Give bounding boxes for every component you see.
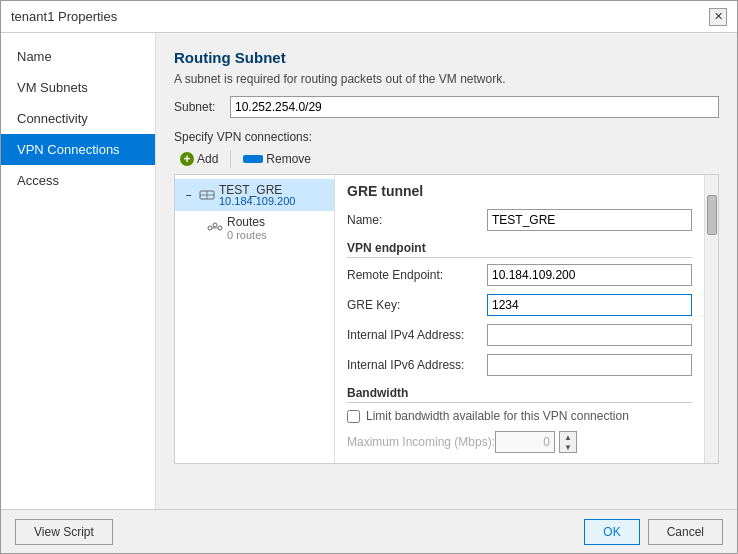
remote-endpoint-input[interactable]: [487, 264, 692, 286]
sidebar-item-connectivity[interactable]: Connectivity: [1, 103, 155, 134]
scroll-thumb: [707, 195, 717, 235]
dialog-window: tenant1 Properties ✕ Name VM Subnets Con…: [0, 0, 738, 554]
internal-ipv6-row: Internal IPv6 Address:: [347, 354, 692, 376]
internal-ipv4-row: Internal IPv4 Address:: [347, 324, 692, 346]
limit-label: Limit bandwidth available for this VPN c…: [366, 409, 629, 423]
spinner-up-button[interactable]: ▲: [560, 432, 576, 442]
toolbar-separator: [230, 150, 231, 168]
sidebar: Name VM Subnets Connectivity VPN Connect…: [1, 33, 156, 509]
network-icon: [199, 188, 215, 202]
footer-right: OK Cancel: [584, 519, 723, 545]
limit-checkbox-row: Limit bandwidth available for this VPN c…: [347, 409, 692, 423]
name-row: Name:: [347, 209, 692, 231]
subnet-input[interactable]: [230, 96, 719, 118]
remove-icon: [243, 155, 263, 163]
limit-checkbox[interactable]: [347, 410, 360, 423]
sidebar-item-vpn-connections[interactable]: VPN Connections: [1, 134, 155, 165]
max-incoming-spinner: ▲ ▼: [495, 431, 577, 453]
section-desc: A subnet is required for routing packets…: [174, 72, 719, 86]
detail-title: GRE tunnel: [347, 183, 692, 199]
section-title: Routing Subnet: [174, 49, 719, 66]
name-label: Name:: [347, 213, 487, 227]
ok-button[interactable]: OK: [584, 519, 639, 545]
dialog-title: tenant1 Properties: [11, 9, 117, 24]
vpn-toolbar: + Add Remove: [174, 150, 719, 168]
sidebar-item-access[interactable]: Access: [1, 165, 155, 196]
vpn-tree: − TEST_GRE 10.184.109.200: [175, 175, 335, 463]
gre-key-input[interactable]: [487, 294, 692, 316]
remote-endpoint-row: Remote Endpoint:: [347, 264, 692, 286]
close-button[interactable]: ✕: [709, 8, 727, 26]
bandwidth-header: Bandwidth: [347, 386, 692, 403]
spinner-arrows: ▲ ▼: [559, 431, 577, 453]
add-button[interactable]: + Add: [174, 150, 224, 168]
tree-node-routes[interactable]: Routes 0 routes: [175, 211, 334, 245]
svg-point-5: [218, 226, 222, 230]
scrollbar[interactable]: [704, 175, 718, 463]
cancel-button[interactable]: Cancel: [648, 519, 723, 545]
spinner-down-button[interactable]: ▼: [560, 442, 576, 452]
max-incoming-input[interactable]: [495, 431, 555, 453]
main-content: Routing Subnet A subnet is required for …: [156, 33, 737, 509]
gre-key-row: GRE Key:: [347, 294, 692, 316]
internal-ipv6-label: Internal IPv6 Address:: [347, 358, 487, 372]
internal-ipv6-input[interactable]: [487, 354, 692, 376]
view-script-button[interactable]: View Script: [15, 519, 113, 545]
internal-ipv4-label: Internal IPv4 Address:: [347, 328, 487, 342]
internal-ipv4-input[interactable]: [487, 324, 692, 346]
vpn-panel: − TEST_GRE 10.184.109.200: [174, 174, 719, 464]
max-incoming-row: Maximum Incoming (Mbps): ▲ ▼: [347, 431, 692, 453]
routes-icon: [207, 221, 223, 235]
svg-line-7: [213, 227, 215, 228]
title-bar: tenant1 Properties ✕: [1, 1, 737, 33]
sidebar-item-name[interactable]: Name: [1, 41, 155, 72]
max-incoming-label: Maximum Incoming (Mbps):: [347, 435, 495, 449]
subnet-label: Subnet:: [174, 100, 222, 114]
gre-key-label: GRE Key:: [347, 298, 487, 312]
vpn-label: Specify VPN connections:: [174, 130, 719, 144]
dialog-footer: View Script OK Cancel: [1, 509, 737, 553]
remote-endpoint-label: Remote Endpoint:: [347, 268, 487, 282]
sidebar-item-vm-subnets[interactable]: VM Subnets: [1, 72, 155, 103]
vpn-detail: GRE tunnel Name: VPN endpoint Remote End…: [335, 175, 704, 463]
svg-point-3: [208, 226, 212, 230]
subnet-row: Subnet:: [174, 96, 719, 118]
tree-node-test-gre[interactable]: − TEST_GRE 10.184.109.200: [175, 179, 334, 211]
dialog-body: Name VM Subnets Connectivity VPN Connect…: [1, 33, 737, 509]
routes-count: 0 routes: [227, 229, 267, 241]
expand-icon: −: [183, 190, 195, 201]
name-input[interactable]: [487, 209, 692, 231]
add-icon: +: [180, 152, 194, 166]
vpn-endpoint-header: VPN endpoint: [347, 241, 692, 258]
remove-button[interactable]: Remove: [237, 150, 317, 168]
